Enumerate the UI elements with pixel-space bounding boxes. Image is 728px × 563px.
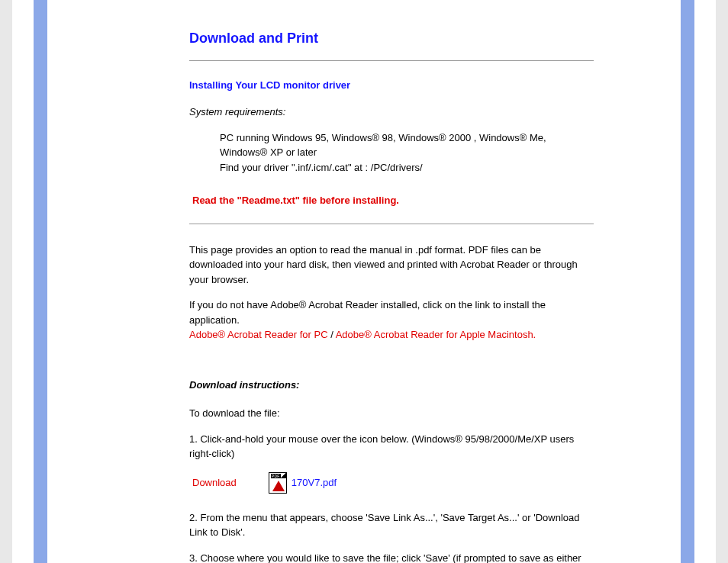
requirements-block: PC running Windows 95, Windows® 98, Wind… [189, 130, 594, 175]
req-line: PC running Windows 95, Windows® 98, Wind… [220, 130, 594, 160]
req-line: Find your driver ".inf/.icm/.cat" at : /… [220, 160, 594, 175]
sysreq-label: System requirements: [189, 105, 594, 120]
download-label: Download [192, 477, 237, 488]
download-row: Download PDF 170V7.pdf [192, 472, 594, 494]
pdf-filename-link[interactable]: 170V7.pdf [292, 477, 337, 488]
acrobat-mac-link[interactable]: Adobe® Acrobat Reader for Apple Macintos… [336, 329, 536, 340]
download-step: 3. Choose where you would like to save t… [189, 551, 594, 564]
section-heading-install: Installing Your LCD monitor driver [189, 79, 594, 91]
download-intro: To download the file: [189, 406, 594, 421]
warning-text: Read the "Readme.txt" file before instal… [192, 193, 594, 208]
right-accent-bar [681, 0, 694, 563]
acrobat-pc-link[interactable]: Adobe® Acrobat Reader for PC [189, 329, 328, 340]
intro-text: If you do not have Adobe® Acrobat Reader… [189, 299, 546, 326]
download-step: 2. From the menu that appears, choose 'S… [189, 510, 594, 540]
intro-paragraph: This page provides an option to read the… [189, 243, 594, 288]
divider [189, 60, 594, 61]
download-heading: Download instructions: [189, 378, 594, 393]
intro-paragraph-links: If you do not have Adobe® Acrobat Reader… [189, 298, 594, 343]
pdf-icon[interactable]: PDF [269, 472, 287, 494]
page-title: Download and Print [189, 31, 594, 47]
divider [189, 224, 594, 224]
content-area: Download and Print Installing Your LCD m… [47, 0, 681, 563]
link-separator: / [328, 329, 336, 340]
page-frame: Download and Print Installing Your LCD m… [12, 0, 716, 563]
download-step: 1. Click-and-hold your mouse over the ic… [189, 432, 594, 462]
left-accent-bar [34, 0, 47, 563]
